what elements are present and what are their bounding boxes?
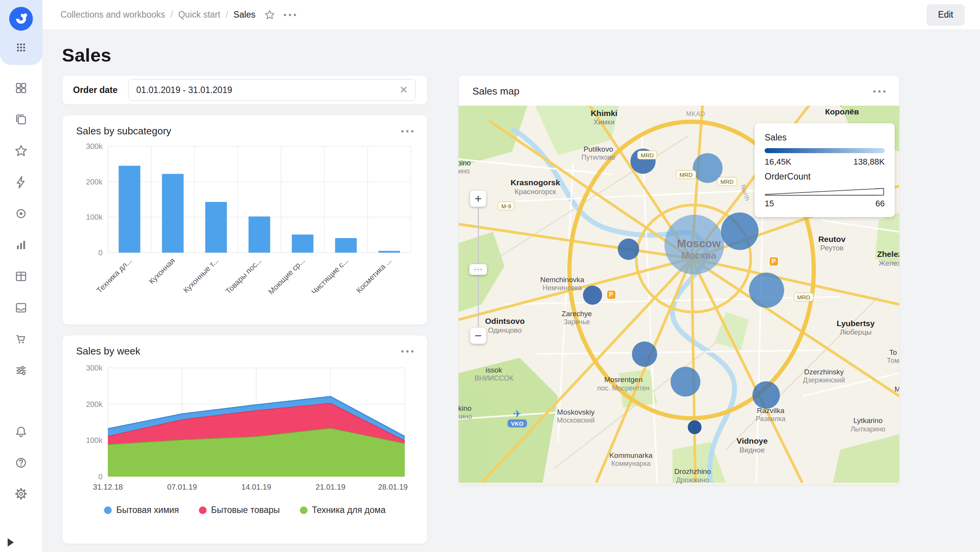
legend-dot bbox=[104, 506, 112, 514]
map-bubble-1[interactable] bbox=[721, 212, 759, 250]
sales-by-subcategory-card: Sales by subcategory 0100k200k300kТехник… bbox=[62, 115, 428, 325]
legend-item[interactable]: Техника для дома bbox=[300, 505, 386, 515]
order-date-input[interactable] bbox=[128, 79, 416, 101]
app-root: Collections and workbooks / Quick start … bbox=[0, 0, 980, 552]
notifications-icon[interactable] bbox=[10, 423, 33, 441]
map-bubble-6[interactable] bbox=[630, 149, 656, 174]
svg-text:0: 0 bbox=[98, 248, 103, 257]
service-settings-icon[interactable] bbox=[10, 361, 33, 380]
svg-text:100k: 100k bbox=[86, 436, 103, 444]
ordercount-max-value: 66 bbox=[876, 199, 885, 209]
chart-legend: Бытовая химияБытовые товарыТехника для д… bbox=[62, 505, 427, 515]
card-title: Sales map bbox=[472, 85, 519, 97]
logo-area bbox=[0, 0, 42, 65]
zoom-slider-thumb[interactable] bbox=[469, 264, 487, 275]
card-menu-icon[interactable] bbox=[873, 90, 886, 93]
breadcrumb-quick-start[interactable]: Quick start bbox=[178, 10, 220, 20]
svg-text:31.12.18: 31.12.18 bbox=[93, 483, 123, 491]
charts-icon[interactable] bbox=[10, 236, 33, 254]
card-menu-icon[interactable] bbox=[401, 130, 413, 132]
bar-4[interactable] bbox=[292, 235, 314, 253]
map-bubble-7[interactable] bbox=[632, 341, 657, 367]
map-bubble-9[interactable] bbox=[583, 286, 602, 305]
card-menu-icon[interactable] bbox=[401, 350, 413, 353]
ordercount-min-value: 15 bbox=[765, 199, 774, 209]
collections-icon[interactable] bbox=[10, 110, 33, 129]
bar-3[interactable] bbox=[249, 216, 270, 253]
sales-map-card: Sales map bbox=[458, 75, 900, 485]
breadcrumb-separator: / bbox=[171, 10, 173, 20]
legend-dot bbox=[199, 506, 207, 514]
favorite-star-icon[interactable] bbox=[264, 9, 275, 21]
breadcrumb-current: Sales bbox=[233, 10, 256, 20]
bar-2[interactable] bbox=[205, 202, 227, 253]
page-title: Sales bbox=[62, 44, 980, 66]
svg-text:Моющие ср...: Моющие ср... bbox=[267, 256, 306, 296]
legend-label: Бытовая химия bbox=[116, 505, 179, 515]
legend-dot bbox=[300, 506, 308, 514]
svg-text:300k: 300k bbox=[86, 142, 103, 150]
breadcrumb-separator: / bbox=[226, 10, 228, 20]
legend-label: Техника для дома bbox=[312, 505, 386, 515]
map-bubble-0[interactable] bbox=[664, 215, 724, 274]
favorites-icon[interactable] bbox=[10, 142, 33, 160]
bar-5[interactable] bbox=[335, 238, 357, 253]
more-menu-icon[interactable] bbox=[284, 14, 296, 16]
apps-grid-icon[interactable] bbox=[10, 38, 33, 57]
settings-icon[interactable] bbox=[10, 485, 33, 503]
quick-actions-icon[interactable] bbox=[10, 173, 33, 191]
svg-text:Кухонная: Кухонная bbox=[147, 256, 177, 286]
main-area: Collections and workbooks / Quick start … bbox=[42, 0, 980, 552]
datalens-logo[interactable] bbox=[8, 6, 34, 31]
map-legend-card: Sales 16,45K 138,88K OrderCount bbox=[755, 123, 895, 217]
svg-text:28.01.19: 28.01.19 bbox=[378, 483, 408, 491]
bar-0[interactable] bbox=[119, 166, 140, 253]
dashboard-content: Sales Order date ✕ Sales by subcategory bbox=[42, 30, 980, 552]
tables-icon[interactable] bbox=[10, 267, 33, 286]
map-legend-ordercount-label: OrderCount bbox=[765, 171, 885, 182]
card-title: Sales by subcategory bbox=[76, 125, 171, 137]
zoom-in-button[interactable]: + bbox=[470, 191, 486, 207]
svg-text:Техника дл...: Техника дл... bbox=[95, 256, 133, 294]
svg-text:100k: 100k bbox=[86, 213, 103, 221]
sidebar-expand-button[interactable] bbox=[8, 538, 14, 547]
legend-item[interactable]: Бытовые товары bbox=[199, 505, 280, 515]
sales-by-week-card: Sales by week 0100k200k300k31.12.1807.01… bbox=[62, 335, 428, 544]
svg-text:0: 0 bbox=[98, 472, 103, 481]
right-column: Sales map bbox=[458, 75, 900, 485]
svg-text:200k: 200k bbox=[86, 178, 103, 186]
clear-filter-icon[interactable]: ✕ bbox=[398, 85, 409, 95]
bar-6[interactable] bbox=[378, 251, 400, 253]
monitoring-icon[interactable] bbox=[10, 204, 33, 223]
sidebar bbox=[0, 0, 42, 552]
legend-item[interactable]: Бытовая химия bbox=[104, 505, 179, 515]
svg-text:14.01.19: 14.01.19 bbox=[241, 483, 271, 491]
bar-chart: 0100k200k300kТехника дл...КухоннаяКухонн… bbox=[76, 141, 414, 314]
dashboards-icon[interactable] bbox=[10, 79, 33, 97]
zoom-out-button[interactable]: − bbox=[470, 328, 486, 344]
legend-label: Бытовые товары bbox=[211, 505, 280, 515]
svg-text:200k: 200k bbox=[86, 400, 103, 408]
map-bubble-2[interactable] bbox=[749, 273, 784, 308]
marketplace-icon[interactable] bbox=[10, 330, 33, 348]
map-bubble-5[interactable] bbox=[752, 381, 780, 409]
svg-text:Косметика ...: Косметика ... bbox=[355, 256, 393, 294]
edit-button[interactable]: Edit bbox=[926, 4, 965, 26]
datasets-icon[interactable] bbox=[10, 299, 33, 317]
sales-gradient-bar bbox=[765, 148, 885, 153]
svg-text:Товары пос...: Товары пос... bbox=[224, 256, 263, 296]
bar-1[interactable] bbox=[162, 174, 184, 253]
help-icon[interactable] bbox=[10, 454, 33, 472]
sales-min-value: 16,45K bbox=[765, 157, 791, 167]
breadcrumb-collections[interactable]: Collections and workbooks bbox=[60, 10, 165, 20]
sidebar-bottom bbox=[10, 423, 33, 503]
ordercount-wedge bbox=[765, 187, 885, 196]
sidebar-nav bbox=[10, 79, 33, 380]
map-bubble-8[interactable] bbox=[618, 238, 639, 260]
card-title: Sales by week bbox=[76, 345, 140, 357]
area-chart: 0100k200k300k31.12.1807.01.1914.01.1921.… bbox=[76, 361, 414, 501]
svg-text:300k: 300k bbox=[86, 364, 103, 372]
map-bubble-3[interactable] bbox=[693, 153, 723, 183]
map-canvas[interactable]: KhimkiХимкиМытищиКоролёвPutilkovoПутилко… bbox=[459, 106, 899, 485]
left-column: Order date ✕ Sales by subcategory 0100k2… bbox=[62, 75, 428, 544]
